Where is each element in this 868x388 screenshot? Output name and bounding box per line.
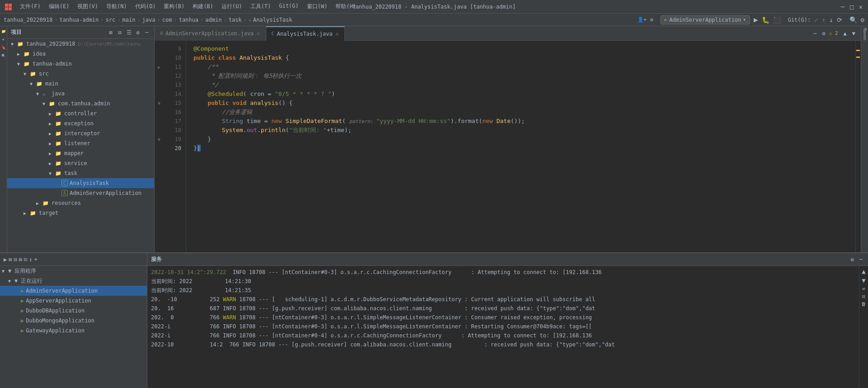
services-collapse-btn[interactable]: ⊟ — [14, 256, 17, 263]
tab-analysistask[interactable]: C AnalysisTask.java × — [266, 26, 345, 41]
log-clear-btn[interactable]: 🗑 — [861, 301, 866, 307]
tree-node-exception[interactable]: ▶ 📁 exception — [7, 118, 154, 128]
services-expand-btn[interactable]: ⊞ — [9, 256, 12, 263]
close-button[interactable]: ✕ — [857, 3, 864, 10]
file-tree-content[interactable]: ▼ 📁 tanhua_20220918 D:\Course\HM\code\ta… — [7, 39, 154, 252]
log-wrap-btn[interactable]: ⇌ — [862, 286, 865, 292]
debug-button[interactable]: 🐛 — [762, 16, 769, 24]
menu-run[interactable]: 运行(U) — [218, 2, 246, 11]
maximize-button[interactable]: □ — [848, 3, 855, 10]
menu-edit[interactable]: 编辑(E) — [45, 2, 73, 11]
tab-adminserverapplication[interactable]: A AdminServerApplication.java × — [155, 26, 266, 41]
menu-navigate[interactable]: 导航(N) — [103, 2, 131, 11]
menu-refactor[interactable]: 重构(B) — [160, 2, 188, 11]
log-content[interactable]: 2022-10-31 14:2^:29.722 INFO 18708 --- [… — [147, 266, 859, 388]
scroll-up-btn[interactable]: ▲ — [842, 29, 849, 38]
tree-node-interceptor[interactable]: ▶ 📁 interceptor — [7, 128, 154, 138]
services-running-group[interactable]: ▼ ▼ 正在运行 — [0, 276, 147, 286]
refresh-icon[interactable]: ⟳ — [837, 16, 842, 24]
settings-icon[interactable]: ⚙ — [861, 16, 864, 24]
maven-icon[interactable]: Maven — [863, 28, 867, 40]
fold-icon[interactable]: ▶ — [158, 65, 160, 70]
log-scroll-bottom-btn[interactable]: ▼ — [862, 277, 865, 284]
service-item-dubbomongo[interactable]: ▶ ▶ DubboMongoApplication — [0, 316, 147, 326]
project-sidebar-icon[interactable]: 📁 — [0, 28, 7, 34]
bc-src[interactable]: src — [106, 17, 116, 23]
tree-node-tanhua-admin[interactable]: ▼ 📁 tanhua-admin — [7, 59, 154, 69]
bc-root[interactable]: tanhua_20220918 — [4, 17, 52, 23]
tree-node-java[interactable]: ▼ ☕ java — [7, 89, 154, 99]
bc-admin[interactable]: admin — [205, 17, 222, 23]
search-icon[interactable]: 🔍 — [849, 16, 857, 24]
tab-close-btn[interactable]: × — [256, 30, 260, 37]
user-icon[interactable]: 👤▾ — [637, 17, 647, 23]
service-item-appserver[interactable]: ▶ ▶ AppServerApplication — [0, 296, 147, 306]
tree-node-idea[interactable]: ▶ 📁 idea — [7, 49, 154, 59]
fold-icon[interactable]: ▼ — [158, 101, 160, 106]
menu-view[interactable]: 视图(V) — [74, 2, 102, 11]
menu-build[interactable]: 构建(B) — [189, 2, 217, 11]
run-config-selector[interactable]: ▶ AdminServerApplication ▾ — [660, 15, 750, 24]
service-item-adminserver[interactable]: ▶ ▶ AdminServerApplication — [0, 286, 147, 296]
scroll-down-btn[interactable]: ▼ — [850, 29, 857, 38]
services-sort-btn[interactable]: ↕ — [29, 256, 32, 263]
run-button[interactable]: ▶ — [754, 15, 758, 24]
tabs-settings-btn[interactable]: ⚙ — [820, 29, 827, 38]
structure-icon[interactable]: ≡ — [0, 36, 7, 43]
menu-code[interactable]: 代码(O) — [132, 2, 160, 11]
log-close-btn[interactable]: ─ — [858, 256, 864, 264]
bc-java[interactable]: java — [142, 17, 156, 23]
tree-node-task[interactable]: ▼ 📁 task — [7, 168, 154, 178]
tree-expand-btn[interactable]: ⊞ — [107, 29, 114, 36]
tree-node-listener[interactable]: ▶ 📁 listener — [7, 138, 154, 148]
find-icon[interactable]: 🔍 — [0, 52, 7, 59]
minimize-button[interactable]: ─ — [839, 3, 846, 10]
menu-file[interactable]: 文件(F) — [16, 2, 44, 11]
tree-node-root[interactable]: ▼ 📁 tanhua_20220918 D:\Course\HM\code\ta… — [7, 39, 154, 49]
log-filter-btn[interactable]: ⊡ — [862, 293, 865, 299]
git-push-icon[interactable]: ↑ — [822, 16, 826, 24]
tab-close-btn[interactable]: × — [335, 30, 339, 38]
settings-icon-right[interactable]: ⚙ — [650, 17, 653, 23]
menu-window[interactable]: 窗口(W) — [303, 2, 331, 11]
service-item-dubbodb[interactable]: ▶ ▶ DubboDBApplication — [0, 306, 147, 316]
tree-close-btn[interactable]: ─ — [143, 29, 151, 36]
git-pull-icon[interactable]: ↓ — [829, 16, 833, 24]
tree-node-adminserverapplication[interactable]: A AdminServerApplication — [7, 188, 154, 198]
tree-node-src[interactable]: ▼ 📁 src — [7, 69, 154, 79]
bc-module[interactable]: tanhua-admin — [60, 17, 99, 23]
tree-node-resources[interactable]: ▶ 📁 resources — [7, 198, 154, 208]
services-add-btn[interactable]: + — [34, 256, 37, 263]
bc-tanhua[interactable]: tanhua — [179, 17, 198, 23]
tree-node-mapper[interactable]: ▶ 📁 mapper — [7, 148, 154, 158]
fold-icon[interactable]: ▼ — [158, 137, 160, 142]
log-settings-btn[interactable]: ⚙ — [849, 256, 856, 264]
tree-node-analysistask[interactable]: C AnalysisTask — [7, 178, 154, 188]
tree-settings-btn[interactable]: ⚙ — [134, 29, 142, 36]
git-commit-icon[interactable]: ✓ — [814, 16, 818, 24]
log-scroll-top-btn[interactable]: ▲ — [862, 268, 865, 275]
services-run-btn[interactable]: ▶ — [4, 256, 7, 263]
menu-git[interactable]: Git(G) — [275, 2, 302, 11]
services-filter-btn[interactable]: ⊡ — [24, 256, 27, 263]
services-grid-btn[interactable]: ⊞ — [19, 256, 22, 263]
bc-task[interactable]: task — [229, 17, 242, 23]
services-apps-group[interactable]: ▼ ▼ 应用程序 — [0, 266, 147, 276]
tree-node-service[interactable]: ▶ 📁 service — [7, 158, 154, 168]
tree-node-main[interactable]: ▼ 📁 main — [7, 79, 154, 89]
stop-button[interactable]: ⬛ — [773, 16, 781, 24]
bookmarks-icon[interactable]: 🔖 — [0, 44, 7, 51]
menu-tools[interactable]: 工具(T) — [247, 2, 275, 11]
tabs-menu-btn[interactable]: ⋯ — [811, 29, 818, 38]
tree-node-target[interactable]: ▶ 📁 target — [7, 208, 154, 218]
bc-com[interactable]: com — [162, 17, 172, 23]
tree-node-controller[interactable]: ▶ 📁 controller — [7, 109, 154, 118]
git-update-button[interactable]: Git(G): — [788, 17, 811, 23]
bc-file[interactable]: ☕ AnalysisTask — [249, 17, 292, 23]
bc-main[interactable]: main — [122, 17, 135, 23]
service-item-gateway[interactable]: ▶ ▶ GatewayApplication — [0, 326, 147, 336]
tree-node-com-tanhua[interactable]: ▼ 📁 com.tanhua.admin — [7, 99, 154, 109]
services-content[interactable]: ▼ ▼ 应用程序 ▼ ▼ 正在运行 ▶ ▶ AdminServerApplica… — [0, 266, 147, 388]
tree-options-btn[interactable]: ☰ — [125, 29, 132, 36]
tree-collapse-btn[interactable]: ⊟ — [116, 29, 123, 36]
